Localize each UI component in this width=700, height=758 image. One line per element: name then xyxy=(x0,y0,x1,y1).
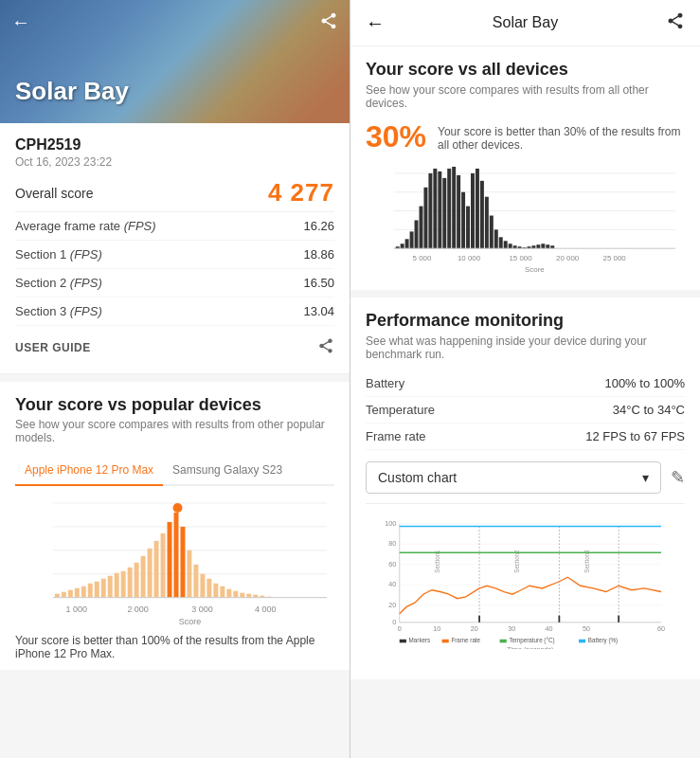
svg-rect-14 xyxy=(115,573,119,598)
metric-label-2: Section 2 (FPS) xyxy=(15,276,102,290)
metric-value-3: 13.04 xyxy=(303,304,334,318)
vs-subtitle: See how your score compares with results… xyxy=(15,418,334,444)
svg-rect-15 xyxy=(121,571,126,598)
overall-score-label: Overall score xyxy=(15,186,93,201)
svg-text:2 000: 2 000 xyxy=(127,605,148,614)
perf-temp-row: Temperature 34°C to 34°C xyxy=(366,397,685,424)
svg-rect-32 xyxy=(233,591,238,598)
score-vs-subtitle: See how your score compares with results… xyxy=(366,83,685,110)
svg-rect-82 xyxy=(546,244,549,248)
svg-text:0: 0 xyxy=(398,625,402,633)
svg-rect-62 xyxy=(452,167,456,248)
svg-text:Score: Score xyxy=(525,265,545,274)
hero-section: ← Solar Bay xyxy=(0,0,350,123)
tab-samsung[interactable]: Samsung Galaxy S23 xyxy=(163,456,292,486)
percentage-desc: Your score is better than 30% of the res… xyxy=(438,119,685,152)
share-button-left[interactable] xyxy=(319,11,338,35)
perf-fps-label: Frame rate xyxy=(366,429,426,443)
hero-title: Solar Bay xyxy=(15,77,129,106)
perf-temp-label: Temperature xyxy=(366,403,435,417)
right-panel: ← Solar Bay Your score vs all devices Se… xyxy=(350,0,700,758)
metric-label-3: Section 3 (FPS) xyxy=(15,304,102,318)
custom-chart-svg: 100 80 60 40 20 0 xyxy=(381,514,670,650)
svg-rect-29 xyxy=(213,584,218,598)
custom-chart-area: 100 80 60 40 20 0 xyxy=(366,504,685,667)
edit-icon[interactable]: ✎ xyxy=(671,467,685,488)
vs-chart-svg: 1 000 2 000 3 000 4 000 Score xyxy=(15,494,334,626)
device-date: Oct 16, 2023 23:22 xyxy=(15,155,334,169)
svg-text:Battery (%): Battery (%) xyxy=(588,637,618,644)
device-name: CPH2519 xyxy=(15,136,334,153)
metric-value-0: 16.26 xyxy=(303,219,334,233)
svg-rect-12 xyxy=(101,579,106,598)
svg-rect-65 xyxy=(466,207,470,249)
svg-text:10 000: 10 000 xyxy=(458,254,481,262)
svg-rect-11 xyxy=(95,582,99,598)
all-devices-chart: 5 000 10 000 15 000 20 000 25 000 Score xyxy=(366,164,685,280)
svg-rect-23 xyxy=(174,513,179,598)
back-button-left[interactable]: ← xyxy=(11,11,30,33)
svg-rect-61 xyxy=(447,169,451,248)
dropdown-arrow-icon: ▾ xyxy=(642,470,649,485)
right-header: ← Solar Bay xyxy=(350,0,700,46)
score-vs-title: Your score vs all devices xyxy=(366,60,685,80)
score-compare-card: Your score vs all devices See how your s… xyxy=(350,46,700,290)
svg-rect-66 xyxy=(471,173,475,248)
dropdown-label: Custom chart xyxy=(378,470,457,485)
svg-text:1 000: 1 000 xyxy=(66,605,87,614)
svg-rect-60 xyxy=(442,178,446,248)
perf-subtitle: See what was happening inside your devic… xyxy=(366,334,685,361)
svg-text:Temperature (°C): Temperature (°C) xyxy=(509,637,554,644)
metric-row-3: Section 3 (FPS) 13.04 xyxy=(15,298,334,326)
back-button-right[interactable]: ← xyxy=(366,12,385,34)
perf-battery-value: 100% to 100% xyxy=(604,376,685,390)
perf-battery-row: Battery 100% to 100% xyxy=(366,370,685,397)
svg-rect-73 xyxy=(504,241,508,248)
svg-text:15 000: 15 000 xyxy=(509,254,532,262)
share-button-right[interactable] xyxy=(666,11,685,34)
svg-text:60: 60 xyxy=(388,561,396,568)
svg-text:Time (seconds): Time (seconds) xyxy=(507,646,553,649)
svg-rect-52 xyxy=(405,239,409,248)
svg-rect-27 xyxy=(200,574,205,598)
svg-rect-125 xyxy=(500,640,507,643)
svg-rect-51 xyxy=(401,244,404,248)
svg-rect-24 xyxy=(180,527,185,598)
svg-rect-69 xyxy=(485,197,489,249)
right-header-title: Solar Bay xyxy=(493,14,558,31)
svg-rect-22 xyxy=(168,522,172,598)
svg-text:4 000: 4 000 xyxy=(255,605,276,614)
percentage-row: 30% Your score is better than 30% of the… xyxy=(366,119,685,154)
svg-rect-81 xyxy=(541,244,545,248)
dropdown-row: Custom chart ▾ ✎ xyxy=(366,461,685,504)
vs-section: Your score vs popular devices See how yo… xyxy=(0,382,350,670)
svg-rect-34 xyxy=(246,594,251,598)
svg-text:50: 50 xyxy=(583,625,590,633)
metric-label-1: Section 1 (FPS) xyxy=(15,247,102,262)
svg-text:0: 0 xyxy=(392,619,396,626)
custom-chart-dropdown[interactable]: Custom chart ▾ xyxy=(366,461,661,494)
svg-rect-9 xyxy=(81,587,86,598)
metric-value-1: 18.86 xyxy=(303,247,334,262)
svg-rect-8 xyxy=(75,588,80,598)
perf-title: Performance monitoring xyxy=(366,311,685,331)
svg-text:60: 60 xyxy=(657,625,665,633)
svg-rect-20 xyxy=(154,541,159,598)
svg-text:25 000: 25 000 xyxy=(603,254,627,262)
svg-text:5 000: 5 000 xyxy=(413,254,432,262)
svg-rect-80 xyxy=(536,244,540,248)
user-guide-label: USER GUIDE xyxy=(15,341,91,354)
svg-rect-67 xyxy=(476,169,479,248)
svg-rect-7 xyxy=(68,590,73,598)
svg-text:Markers: Markers xyxy=(409,637,431,643)
svg-rect-16 xyxy=(128,568,133,598)
svg-rect-68 xyxy=(480,181,484,248)
svg-rect-10 xyxy=(88,584,93,598)
right-content: Your score vs all devices See how your s… xyxy=(350,46,700,758)
svg-rect-58 xyxy=(433,169,437,248)
metric-row-2: Section 2 (FPS) 16.50 xyxy=(15,269,334,298)
metric-label-0: Average frame rate (FPS) xyxy=(15,219,156,233)
user-guide-share-icon[interactable] xyxy=(317,337,334,358)
svg-rect-59 xyxy=(438,171,441,248)
tab-iphone[interactable]: Apple iPhone 12 Pro Max xyxy=(15,456,163,486)
